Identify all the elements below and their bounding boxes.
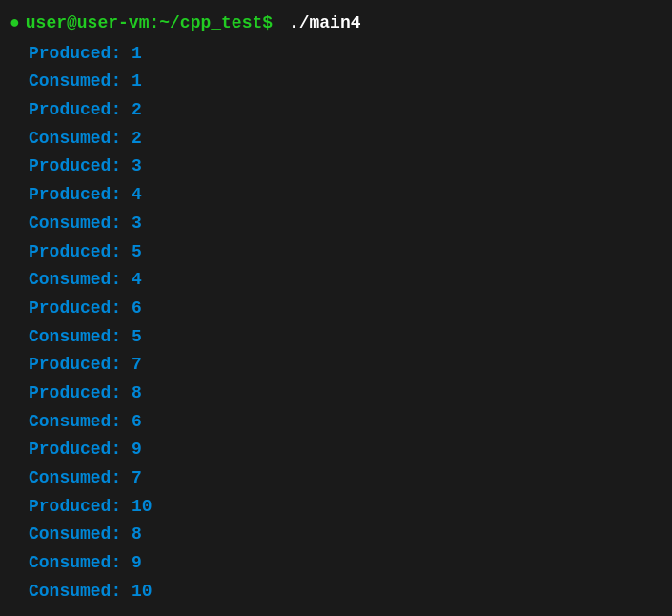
- prompt-path: :~/cpp_test: [149, 10, 262, 38]
- output-line-2: Produced: 2: [10, 96, 672, 125]
- output-line-6: Consumed: 3: [10, 210, 672, 238]
- bullet-icon: ●: [10, 10, 20, 38]
- output-line-0: Produced: 1: [10, 40, 672, 69]
- output-line-1: Consumed: 1: [10, 68, 672, 96]
- output-container: Produced: 1Consumed: 1Produced: 2Consume…: [10, 40, 672, 606]
- output-line-10: Consumed: 5: [10, 323, 672, 352]
- output-line-18: Consumed: 9: [10, 549, 672, 578]
- output-line-13: Consumed: 6: [10, 408, 672, 437]
- output-line-15: Consumed: 7: [10, 464, 672, 493]
- output-line-11: Produced: 7: [10, 351, 672, 380]
- prompt-dollar: $: [262, 10, 273, 38]
- output-line-7: Produced: 5: [10, 238, 672, 267]
- output-line-16: Produced: 10: [10, 493, 672, 522]
- prompt-line: ● user@user-vm:~/cpp_test$ ./main4: [10, 10, 672, 38]
- output-line-14: Produced: 9: [10, 436, 672, 464]
- output-line-4: Produced: 3: [10, 153, 672, 181]
- output-line-17: Consumed: 8: [10, 521, 672, 549]
- output-line-8: Consumed: 4: [10, 266, 672, 295]
- terminal: ● user@user-vm:~/cpp_test$ ./main4 Produ…: [10, 10, 672, 606]
- prompt-command: ./main4: [278, 10, 360, 38]
- output-line-19: Consumed: 10: [10, 578, 672, 606]
- output-line-3: Consumed: 2: [10, 125, 672, 154]
- output-line-12: Produced: 8: [10, 380, 672, 408]
- output-line-5: Produced: 4: [10, 181, 672, 210]
- output-line-9: Produced: 6: [10, 295, 672, 323]
- prompt-user: user@user-vm: [26, 10, 150, 38]
